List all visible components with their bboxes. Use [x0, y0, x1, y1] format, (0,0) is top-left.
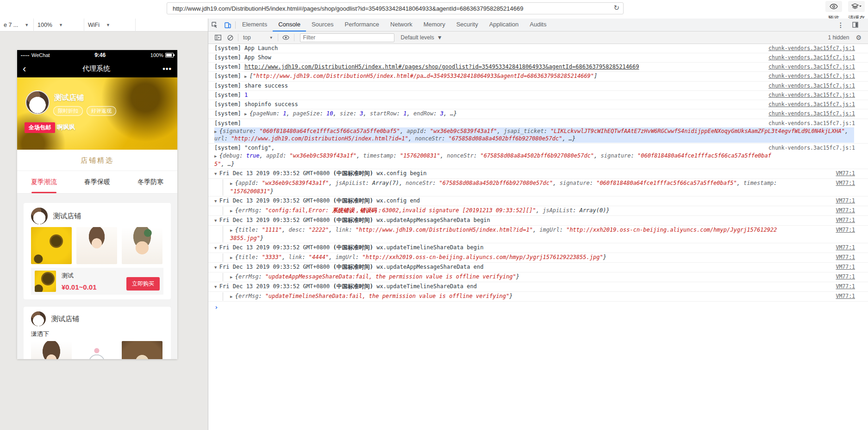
source-link[interactable]: chunk-vendors.3ac15fc7.js:1: [768, 63, 855, 70]
disclosure-caret-icon[interactable]: ▶: [244, 112, 250, 116]
disclosure-caret-icon[interactable]: ▶: [230, 228, 235, 233]
disclosure-caret-icon[interactable]: ▼: [214, 246, 219, 250]
console-text: (中国标准时间): [333, 244, 373, 251]
source-link[interactable]: VM77:1: [836, 217, 855, 223]
back-button[interactable]: ‹: [23, 64, 32, 74]
more-menu-button[interactable]: •••: [161, 65, 172, 73]
devtools-tab-memory[interactable]: Memory: [418, 19, 451, 32]
console-row: [system]▶ {signature: "060f818480a64fce1…: [208, 119, 868, 144]
source-link[interactable]: chunk-vendors.3ac15fc7.js:1: [768, 92, 855, 98]
source-link[interactable]: chunk-vendors.3ac15fc7.js:1: [768, 45, 855, 51]
source-link[interactable]: VM77:1: [836, 180, 855, 186]
console-text: }: [603, 254, 606, 260]
devtools-tab-network[interactable]: Network: [385, 19, 418, 32]
tab-summer[interactable]: 夏季潮流: [17, 171, 70, 193]
console-url-link[interactable]: http://www.jdh19.com/DistributionH5/inde…: [244, 63, 639, 70]
disclosure-caret-icon[interactable]: ▼: [214, 171, 219, 176]
inspect-icon[interactable]: [208, 19, 221, 31]
console-text: Fri Dec 13 2019 09:33:52 GMT+0800: [219, 283, 333, 290]
live-expression-eye-icon[interactable]: [280, 32, 292, 44]
dock-side-icon[interactable]: [849, 19, 862, 31]
console-prompt[interactable]: ›: [208, 302, 868, 311]
console-text: "675858d08a8a4502bff6b927080e57dc": [480, 152, 594, 159]
product-row[interactable]: 测试 ¥0.01~0.01 立即购买: [31, 268, 163, 295]
devtools-tab-console[interactable]: Console: [273, 19, 306, 32]
disclosure-caret-icon[interactable]: ▼: [214, 265, 219, 270]
console-settings-gear-icon[interactable]: ⚙: [856, 34, 862, 41]
disclosure-caret-icon[interactable]: ▶: [214, 154, 219, 158]
source-link[interactable]: chunk-vendors.3ac15fc7.js:1: [768, 54, 855, 61]
zoom-select[interactable]: 100% ▼: [34, 19, 84, 32]
console-text: endRow: [413, 110, 433, 117]
source-link[interactable]: chunk-vendors.3ac15fc7.js:1: [768, 110, 855, 117]
device-select[interactable]: e 7 ... ▼: [0, 19, 34, 32]
tab-spring[interactable]: 春季保暖: [70, 171, 124, 193]
devtools-tab-performance[interactable]: Performance: [339, 19, 385, 32]
devtools-tab-application[interactable]: Application: [484, 19, 525, 32]
source-link[interactable]: VM77:1: [836, 264, 855, 270]
source-link[interactable]: chunk-vendors.3ac15fc7.js:1: [768, 73, 855, 79]
source-link[interactable]: VM77:1: [836, 244, 855, 251]
devtools-tab-security[interactable]: Security: [451, 19, 484, 32]
source-link[interactable]: chunk-vendors.3ac15fc7.js:1: [768, 82, 855, 89]
disclosure-caret-icon[interactable]: ▼: [214, 199, 219, 203]
shop-banner: 测试店铺 限时折扣 好评返现 全场包邮 啊飒飒: [17, 77, 177, 150]
source-link[interactable]: VM77:1: [836, 227, 855, 233]
source-link[interactable]: VM77:1: [836, 283, 855, 290]
shop-card[interactable]: 测试店铺 测试 ¥0.01~0.01 立即购买: [24, 203, 171, 299]
console-text: [system]: [214, 82, 241, 89]
console-filter-input[interactable]: [300, 33, 394, 42]
disclosure-caret-icon[interactable]: ▶: [230, 275, 235, 279]
disclosure-caret-icon[interactable]: ▶: [214, 129, 219, 134]
devtools-tab-audits[interactable]: Audits: [524, 19, 552, 32]
source-link[interactable]: chunk-vendors.3ac15fc7.js:1: [768, 145, 855, 151]
disclosure-caret-icon[interactable]: ▶: [230, 209, 235, 213]
clear-console-icon[interactable]: [224, 32, 236, 44]
disclosure-caret-icon[interactable]: ▼: [214, 218, 219, 223]
disclosure-caret-icon[interactable]: ▼: [214, 285, 219, 289]
console-text: :: [397, 110, 403, 117]
product-image-girl[interactable]: [76, 227, 117, 264]
network-select[interactable]: WiFi ▼: [84, 19, 136, 32]
signal-dots-icon: •••••: [21, 53, 30, 57]
devtools-menu-icon[interactable]: ⋮: [836, 21, 846, 29]
console-sidebar-icon[interactable]: [212, 32, 224, 44]
devtools-tab-elements[interactable]: Elements: [237, 19, 273, 32]
source-link[interactable]: VM77:1: [836, 207, 855, 214]
url-bar[interactable]: ↻: [167, 2, 624, 14]
buy-now-button[interactable]: 立即购买: [126, 277, 160, 291]
url-input[interactable]: [172, 3, 604, 14]
source-link[interactable]: chunk-vendors.3ac15fc7.js:1: [768, 120, 855, 126]
context-selector[interactable]: top ▼: [240, 34, 276, 41]
product-image-monkey[interactable]: [122, 341, 162, 359]
source-link[interactable]: VM77:1: [836, 293, 855, 299]
disclosure-caret-icon[interactable]: ▶: [230, 294, 235, 299]
refresh-icon[interactable]: ↻: [613, 4, 619, 12]
disclosure-caret-icon[interactable]: ▶: [230, 255, 235, 260]
log-levels-selector[interactable]: Default levels ▼: [401, 34, 443, 41]
source-link[interactable]: chunk-vendors.3ac15fc7.js:1: [768, 101, 855, 108]
disclosure-caret-icon[interactable]: ▶: [244, 74, 250, 79]
console-text: debug: [223, 152, 239, 159]
product-thumbnail[interactable]: [35, 271, 56, 292]
shop-card[interactable]: 测试店铺 潇洒下: [24, 307, 171, 359]
console-text: 3: [440, 110, 443, 117]
product-image-cat[interactable]: [76, 341, 117, 359]
source-link[interactable]: VM77:1: [836, 170, 855, 177]
product-image-boy[interactable]: [122, 227, 162, 264]
product-image-girl[interactable]: [31, 341, 72, 359]
console-text: [system]: [214, 110, 244, 117]
source-link[interactable]: VM77:1: [836, 273, 855, 280]
device-toolbar-icon[interactable]: [221, 19, 234, 31]
network-select-value: WiFi: [88, 19, 100, 32]
console-text: pageNum: [253, 110, 276, 117]
source-link[interactable]: VM77:1: [836, 197, 855, 204]
console-row: ▼ Fri Dec 13 2019 09:33:52 GMT+0800 (中国标…: [208, 243, 868, 253]
disclosure-caret-icon[interactable]: ▶: [230, 181, 235, 186]
source-link[interactable]: VM77:1: [836, 254, 855, 260]
product-image-sunflower[interactable]: [31, 227, 72, 264]
devtools-tab-sources[interactable]: Sources: [306, 19, 339, 32]
console-text: ,: [594, 152, 600, 159]
console-text: [system]: [214, 45, 241, 51]
tab-winter[interactable]: 冬季防寒: [124, 171, 177, 193]
